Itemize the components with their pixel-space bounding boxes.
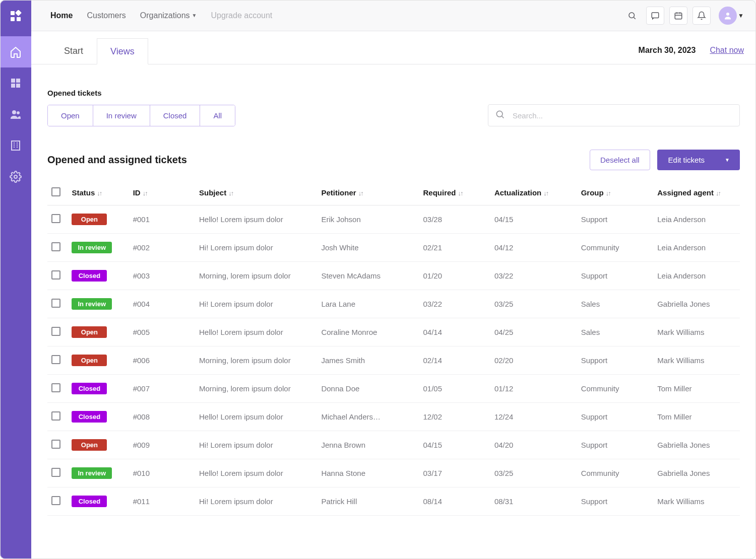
row-checkbox[interactable] (51, 496, 60, 505)
topnav-customers[interactable]: Customers (87, 11, 125, 20)
cell-actualization: 02/20 (490, 346, 577, 375)
cell-agent: Tom Miller (653, 403, 740, 431)
table-row[interactable]: Closed#003Morning, lorem ipsum dolorStev… (47, 262, 740, 290)
sidebar (0, 0, 31, 559)
sidebar-item-users[interactable] (0, 99, 31, 130)
row-checkbox[interactable] (51, 440, 60, 449)
search-wrapper (488, 104, 740, 126)
row-checkbox[interactable] (51, 411, 60, 421)
topnav-home[interactable]: Home (50, 11, 73, 20)
row-checkbox[interactable] (51, 242, 60, 251)
sidebar-item-home[interactable] (0, 36, 31, 67)
table-row[interactable]: In review#010Hello! Lorem ipsum dolorHan… (47, 459, 740, 487)
cell-agent: Leia Anderson (653, 205, 740, 234)
col-status[interactable]: Status↓↑ (68, 181, 129, 205)
notifications-icon-button[interactable] (692, 7, 711, 25)
edit-tickets-button[interactable]: Edit tickets ▼ (657, 150, 740, 170)
topnav-organizations-label: Organizations (140, 11, 190, 20)
table-row[interactable]: Closed#011Hi! Lorem ipsum dolorPatrick H… (47, 487, 740, 516)
filter-open[interactable]: Open (48, 105, 93, 126)
cell-id: #006 (129, 346, 195, 375)
cell-id: #003 (129, 262, 195, 290)
cell-subject: Hello! Lorem ipsum dolor (195, 459, 317, 487)
sort-icon: ↓↑ (606, 189, 610, 197)
cell-subject: Hello! Lorem ipsum dolor (195, 205, 317, 234)
row-checkbox[interactable] (51, 327, 60, 336)
svg-point-17 (14, 175, 17, 178)
cell-actualization: 03/25 (490, 459, 577, 487)
row-checkbox[interactable] (51, 270, 60, 280)
col-subject[interactable]: Subject↓↑ (195, 181, 317, 205)
cell-group: Support (577, 205, 654, 234)
cell-petitioner: Josh White (317, 234, 419, 262)
app-logo-icon (9, 9, 23, 23)
table-row[interactable]: In review#002Hi! Lorem ipsum dolorJosh W… (47, 234, 740, 262)
col-petitioner[interactable]: Petitioner↓↑ (317, 181, 419, 205)
cell-subject: Hi! Lorem ipsum dolor (195, 431, 317, 459)
table-row[interactable]: Open#009Hi! Lorem ipsum dolorJenna Brown… (47, 431, 740, 459)
filter-all[interactable]: All (200, 105, 235, 126)
cell-subject: Hi! Lorem ipsum dolor (195, 234, 317, 262)
subheader: Start Views March 30, 2023 Chat now (31, 31, 756, 64)
row-checkbox[interactable] (51, 214, 60, 223)
cell-agent: Leia Anderson (653, 262, 740, 290)
sidebar-item-dashboard[interactable] (0, 67, 31, 99)
svg-point-9 (17, 111, 20, 114)
main-area: Home Customers Organizations ▼ Upgrade a… (31, 0, 756, 559)
table-row[interactable]: In review#004Hi! Lorem ipsum dolorLara L… (47, 290, 740, 318)
svg-rect-10 (12, 141, 20, 150)
table-row[interactable]: Open#005Hello! Lorem ipsum dolorCoraline… (47, 318, 740, 346)
user-menu[interactable]: ▼ (716, 7, 744, 25)
col-id[interactable]: ID↓↑ (129, 181, 195, 205)
status-badge: Closed (72, 383, 107, 394)
calendar-icon-button[interactable] (669, 7, 687, 25)
row-checkbox[interactable] (51, 468, 60, 477)
select-all-checkbox[interactable] (51, 187, 60, 196)
chevron-down-icon: ▼ (725, 157, 730, 163)
tickets-table: Status↓↑ ID↓↑ Subject↓↑ Petitioner↓↑ Req… (47, 181, 740, 516)
svg-rect-5 (16, 79, 20, 83)
chat-now-link[interactable]: Chat now (710, 46, 744, 55)
avatar-icon (719, 7, 737, 25)
tab-start[interactable]: Start (50, 38, 97, 64)
edit-tickets-label: Edit tickets (668, 156, 705, 164)
tab-views[interactable]: Views (97, 38, 148, 64)
table-row[interactable]: Closed#007Morning, lorem ipsum dolorDonn… (47, 375, 740, 403)
col-agent[interactable]: Assigned agent↓↑ (653, 181, 740, 205)
search-input[interactable] (488, 104, 740, 126)
sidebar-item-settings[interactable] (0, 161, 31, 192)
row-checkbox[interactable] (51, 355, 60, 364)
table-row[interactable]: Closed#008Hello! Lorem ipsum dolorMichae… (47, 403, 740, 431)
svg-rect-3 (15, 10, 22, 16)
svg-line-19 (634, 17, 636, 19)
col-group[interactable]: Group↓↑ (577, 181, 654, 205)
cell-actualization: 04/12 (490, 234, 577, 262)
row-checkbox[interactable] (51, 383, 60, 392)
cell-petitioner: Lara Lane (317, 290, 419, 318)
table-row[interactable]: Open#006Morning, lorem ipsum dolorJames … (47, 346, 740, 375)
search-icon-button[interactable] (623, 7, 641, 25)
sidebar-item-organizations[interactable] (0, 130, 31, 161)
svg-line-27 (502, 116, 504, 118)
topnav-organizations[interactable]: Organizations ▼ (140, 11, 197, 20)
status-badge: Closed (72, 270, 107, 282)
deselect-all-button[interactable]: Deselect all (590, 150, 650, 170)
svg-rect-4 (11, 79, 15, 83)
filter-closed[interactable]: Closed (150, 105, 201, 126)
row-checkbox[interactable] (51, 299, 60, 308)
table-row[interactable]: Open#001Hello! Lorem ipsum dolorErik Joh… (47, 205, 740, 234)
cell-subject: Hello! Lorem ipsum dolor (195, 403, 317, 431)
col-required[interactable]: Required↓↑ (419, 181, 490, 205)
cell-group: Support (577, 403, 654, 431)
status-badge: Closed (72, 496, 107, 507)
chat-icon-button[interactable] (646, 7, 664, 25)
cell-group: Community (577, 375, 654, 403)
filter-in-review[interactable]: In review (93, 105, 150, 126)
sort-icon: ↓↑ (716, 189, 720, 197)
cell-group: Sales (577, 318, 654, 346)
status-badge: In review (72, 242, 112, 253)
chevron-down-icon: ▼ (738, 12, 744, 19)
col-actualization[interactable]: Actualization↓↑ (490, 181, 577, 205)
cell-required: 04/14 (419, 318, 490, 346)
upgrade-account-link[interactable]: Upgrade account (211, 11, 272, 20)
